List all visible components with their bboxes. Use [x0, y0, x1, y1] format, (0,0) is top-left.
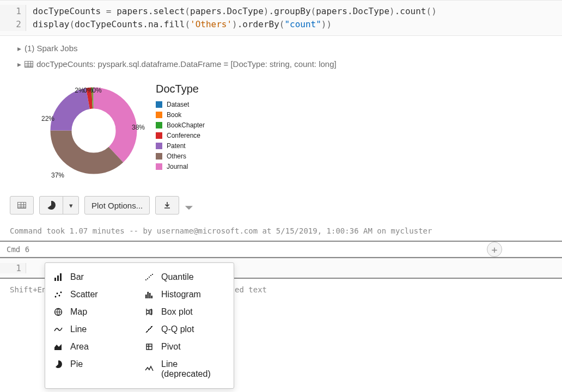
expand-icon [17, 44, 21, 53]
plus-icon: + [492, 244, 498, 255]
globe-icon [54, 308, 65, 316]
gutter-line-2: 2 [0, 18, 26, 31]
area-icon [54, 342, 65, 351]
svg-point-25 [148, 329, 149, 330]
svg-point-12 [59, 295, 60, 297]
svg-point-16 [147, 278, 148, 279]
chart-view-button[interactable] [39, 196, 63, 215]
chart-type-menu: Bar Scatter Map Line Area Pie [45, 262, 234, 389]
menu-item-boxplot[interactable]: Box plot [140, 303, 229, 321]
scatter-icon [54, 290, 65, 299]
code-line-1[interactable]: docTypeCounts = papers.select(papers.Doc… [26, 5, 437, 18]
spark-jobs-label: (1) Spark Jobs [25, 44, 78, 53]
slice-label-38: 38% [132, 124, 145, 131]
svg-rect-21 [148, 292, 149, 298]
donut-chart: 38% 37% 22% 2% 0% 0% DocType Dataset Boo… [45, 82, 555, 180]
svg-point-27 [151, 326, 152, 327]
chart-type-dropdown[interactable] [63, 196, 79, 215]
svg-rect-22 [149, 293, 151, 298]
histogram-icon [145, 290, 156, 299]
svg-point-13 [60, 292, 62, 293]
spark-jobs-row[interactable]: (1) Spark Jobs [17, 40, 555, 56]
table-icon [17, 202, 26, 209]
plot-options-button[interactable]: Plot Options... [84, 196, 150, 215]
gutter-line-1: 1 [0, 263, 26, 273]
download-icon [163, 201, 171, 209]
legend-item: Patent [156, 142, 205, 150]
line-deprecated-icon [145, 365, 156, 373]
legend-item: Journal [156, 163, 205, 170]
bar-icon [54, 273, 65, 281]
svg-point-11 [57, 293, 58, 295]
svg-rect-23 [151, 296, 153, 298]
cell-footer: Command took 1.07 minutes -- by username… [10, 224, 562, 241]
svg-point-10 [55, 296, 57, 298]
result-toolbar: Plot Options... ◢ [10, 196, 562, 219]
slice-label-2: 2% [75, 87, 84, 94]
schema-text: docTypeCounts: pyspark.sql.dataframe.Dat… [36, 59, 337, 69]
line-icon [54, 325, 65, 334]
legend-item: Conference [156, 132, 205, 139]
menu-item-quantile[interactable]: Quantile [140, 268, 229, 286]
add-cell-button[interactable]: + [487, 242, 502, 257]
legend-item: Others [156, 152, 205, 160]
gutter-line-1: 1 [0, 5, 26, 18]
legend-item: Book [156, 111, 205, 119]
slice-label-37: 37% [51, 171, 64, 179]
menu-item-area[interactable]: Area [50, 338, 138, 356]
legend-item: Dataset [156, 101, 205, 108]
menu-item-pie[interactable]: Pie [50, 356, 138, 373]
menu-item-histogram[interactable]: Histogram [140, 286, 229, 303]
menu-item-map[interactable]: Map [50, 303, 138, 321]
svg-rect-20 [145, 295, 147, 298]
command-label: Cmd 6 [7, 245, 29, 254]
menu-item-pivot[interactable]: Pivot [140, 338, 229, 356]
svg-point-17 [149, 277, 150, 278]
slice-label-22: 22% [41, 115, 54, 122]
code-line-2[interactable]: display(docTypeCounts.na.fill('Others').… [26, 18, 332, 31]
donut-svg [45, 82, 143, 180]
command-bar: Cmd 6 + [0, 241, 562, 258]
pie-icon [54, 360, 65, 369]
svg-point-26 [150, 328, 151, 329]
svg-point-19 [152, 274, 153, 275]
table-icon [25, 61, 33, 68]
svg-rect-7 [54, 278, 56, 281]
menu-item-line-deprecated[interactable]: Line (deprecated) [140, 356, 229, 383]
svg-rect-8 [57, 275, 59, 281]
code-cell[interactable]: 1 docTypeCounts = papers.select(papers.D… [0, 0, 562, 36]
expand-icon [17, 59, 21, 69]
slice-label-0a: 0% [83, 87, 93, 94]
schema-row[interactable]: docTypeCounts: pyspark.sql.dataframe.Dat… [17, 56, 555, 72]
quantile-icon [145, 273, 156, 281]
menu-item-scatter[interactable]: Scatter [50, 286, 138, 303]
qq-icon [145, 325, 156, 334]
pivot-icon [145, 342, 156, 351]
svg-point-15 [145, 279, 146, 280]
resize-handle-icon[interactable]: ◢ [185, 200, 194, 210]
svg-rect-9 [60, 273, 62, 281]
download-button[interactable] [155, 196, 179, 215]
code-line-empty[interactable] [26, 263, 38, 273]
slice-label-0b: 0% [92, 87, 101, 94]
pie-icon [46, 200, 56, 210]
legend-item: BookChapter [156, 121, 205, 129]
menu-item-qqplot[interactable]: Q-Q plot [140, 321, 229, 338]
menu-item-line[interactable]: Line [50, 321, 138, 338]
menu-item-bar[interactable]: Bar [50, 268, 138, 286]
svg-point-24 [146, 331, 148, 332]
chart-title: DocType [156, 83, 205, 95]
svg-point-18 [150, 275, 151, 276]
boxplot-icon [145, 308, 156, 316]
table-view-button[interactable] [10, 196, 34, 215]
